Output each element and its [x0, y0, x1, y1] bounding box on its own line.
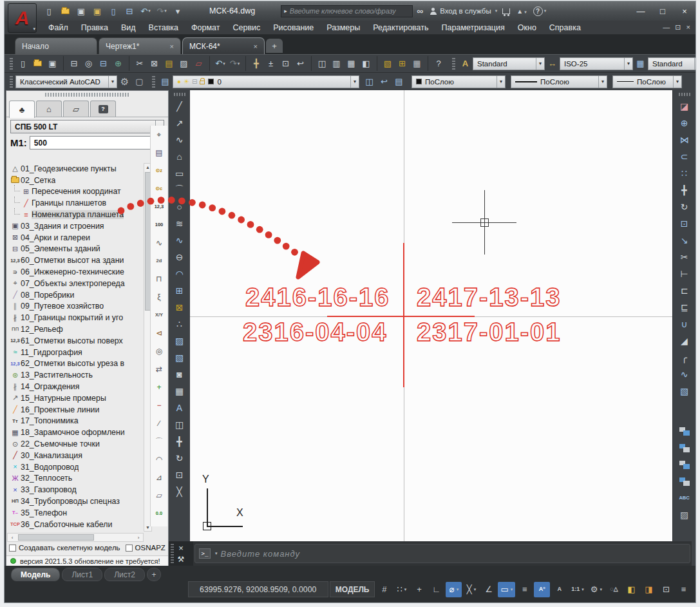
- layer-properties-icon[interactable]: ▤: [158, 74, 173, 89]
- doc-minimize-button[interactable]: —: [663, 23, 670, 32]
- scroll-left-icon[interactable]: ‹: [8, 534, 17, 541]
- paste-icon[interactable]: ▤: [162, 56, 176, 71]
- new-icon[interactable]: ▯: [15, 56, 30, 71]
- menu-item-0[interactable]: Файл: [42, 23, 75, 32]
- layer-tree-item[interactable]: △ 01_Геодезические пункты: [7, 163, 144, 175]
- circle-icon[interactable]: ○: [171, 198, 188, 215]
- erase-icon[interactable]: ◪: [676, 98, 693, 115]
- send-to-mobile-icon[interactable]: ▯: [106, 5, 120, 17]
- scroll-right-icon[interactable]: ›: [134, 534, 143, 541]
- text-style-icon[interactable]: A: [458, 56, 473, 71]
- layer-tree-item[interactable]: ∦ 10_Границы покрытий и уго: [7, 312, 144, 323]
- layer-tree-item[interactable]: × 33_Газопровод: [7, 484, 144, 496]
- color-combobox[interactable]: ПоСлою ▾: [411, 75, 506, 88]
- layer-tree-item[interactable]: НП 34_Трубопроводы спецназ: [7, 496, 144, 507]
- toolbar-grip[interactable]: [174, 93, 185, 96]
- quick-calc-icon[interactable]: ▦: [410, 56, 424, 71]
- dim-style-icon[interactable]: ↔: [545, 56, 560, 71]
- file-tab-0[interactable]: Начало: [15, 37, 97, 54]
- customization-icon[interactable]: ⚙▾: [588, 582, 605, 597]
- sheet-set-manager-icon[interactable]: ◧: [359, 56, 374, 71]
- chevron-down-icon[interactable]: ▾: [215, 551, 218, 556]
- layer-states-icon[interactable]: ▤: [392, 74, 406, 89]
- close-tab-icon[interactable]: ×: [170, 43, 174, 50]
- undo-icon[interactable]: ↶▾: [138, 5, 153, 17]
- copy-clip-icon[interactable]: ⊠: [147, 56, 162, 71]
- curve-icon[interactable]: ◠: [151, 450, 167, 468]
- elev-point-icon[interactable]: 12,3: [151, 198, 167, 216]
- explode-icon[interactable]: ╳: [171, 483, 188, 500]
- app-store-cart-icon[interactable]: [502, 8, 510, 14]
- mtext-icon[interactable]: A: [171, 400, 188, 416]
- annotation-visibility-icon[interactable]: A°: [534, 582, 550, 597]
- explode-icon[interactable]: ▧: [676, 383, 693, 400]
- segment-icon[interactable]: ∕: [151, 414, 167, 432]
- drawing-canvas[interactable]: 2416-16-16 2417-13-13 2316-04-04 2317-01…: [190, 90, 672, 541]
- send-to-back-icon[interactable]: [676, 439, 693, 456]
- redo-icon[interactable]: ↷▾: [155, 5, 169, 17]
- layer-tree-item[interactable]: ↗ 15_Натурные промеры: [7, 392, 144, 404]
- layer-tree-item[interactable]: ⊓⊓ 12_Рельеф: [7, 323, 144, 335]
- save-as-icon[interactable]: ▣: [90, 5, 104, 17]
- menu-item-7[interactable]: Размеры: [320, 23, 366, 32]
- break-at-point-icon[interactable]: ⊏: [676, 282, 693, 299]
- array-icon[interactable]: ∷: [676, 165, 693, 182]
- menu-item-10[interactable]: Окно: [511, 23, 543, 32]
- layout-tab-1[interactable]: Лист1: [62, 568, 102, 581]
- table-style-icon[interactable]: ▦: [633, 56, 648, 71]
- layer-tree-item[interactable]: ╱ Границы планшетов: [7, 197, 144, 209]
- layer-tree-item[interactable]: ⊙ 22_Съемочные точки: [7, 438, 144, 450]
- toolbar-grip[interactable]: [152, 76, 155, 88]
- open-icon[interactable]: [58, 5, 72, 17]
- remove-node-icon[interactable]: −: [151, 396, 167, 414]
- bulb-z-icon[interactable]: ⊙z: [151, 162, 167, 180]
- layer-tree-item[interactable]: 12,3 61_Отметки высоты поверх: [7, 335, 144, 347]
- layer-tree-item[interactable]: ∍ 06_Инженерно-технические: [7, 266, 144, 278]
- layer-tree-item[interactable]: ⌖ 07_Объекты электропереда: [7, 278, 144, 289]
- isolate-objects-icon[interactable]: ◌△: [606, 582, 622, 597]
- panel-grip[interactable]: [45, 93, 129, 97]
- zoom-window-icon[interactable]: ⊡: [278, 56, 293, 71]
- layer-tree-item[interactable]: ТСР 36_Слаботочные кабели: [7, 519, 144, 530]
- autodesk-360-icon[interactable]: ▲▾: [516, 8, 526, 15]
- publish-icon[interactable]: ⊟: [96, 56, 111, 71]
- offset-icon[interactable]: ⊂: [676, 148, 693, 165]
- design-center-icon[interactable]: ▥: [329, 56, 344, 71]
- move-icon[interactable]: ╋: [676, 182, 693, 198]
- close-tab-icon[interactable]: ×: [254, 43, 258, 50]
- close-button[interactable]: ×: [674, 3, 695, 19]
- markup-icon[interactable]: ▧: [377, 56, 395, 71]
- ellipse-icon[interactable]: ⊖: [171, 249, 188, 265]
- annotation-scale-icon[interactable]: 1:1▾: [569, 582, 587, 597]
- layer-tree-item[interactable]: ╱ 08_Поребрики: [7, 289, 144, 301]
- zoom-previous-icon[interactable]: ↩: [293, 56, 308, 71]
- layer-tree-item[interactable]: ⊞ Пересечения координат: [7, 186, 144, 198]
- toolbar-grip[interactable]: [452, 58, 455, 70]
- menu-item-4[interactable]: Формат: [185, 23, 226, 32]
- ortho-mode-icon[interactable]: ∟: [428, 582, 444, 597]
- menu-item-5[interactable]: Сервис: [226, 23, 267, 32]
- object-snap-icon[interactable]: ╳▾: [463, 582, 479, 597]
- toolbar-grip[interactable]: [171, 544, 174, 563]
- layer-combobox[interactable]: ● ☀ ⊟ 0 ▾: [173, 75, 359, 88]
- region-icon[interactable]: ◙: [171, 366, 188, 383]
- workspace-combobox[interactable]: Классический AutoCAD▾: [15, 75, 117, 88]
- layer-tree-item[interactable]: ╱ 30_Канализация: [7, 450, 144, 461]
- layer-tree-item[interactable]: ≈ 11_Гидрография: [7, 347, 144, 358]
- pick-block-icon[interactable]: ▤: [151, 144, 167, 162]
- save-icon[interactable]: ▣: [45, 56, 60, 71]
- make-block-icon[interactable]: ⊠: [171, 299, 188, 316]
- doc-close-button[interactable]: ×: [686, 23, 690, 32]
- stretch-icon[interactable]: ↘: [676, 232, 693, 249]
- ellipse-arc-icon[interactable]: ◠: [171, 265, 188, 282]
- osnapz-checkbox[interactable]: [126, 544, 133, 552]
- sheet-icon[interactable]: ▱: [151, 487, 167, 505]
- customize-wrench-icon[interactable]: ⚒: [178, 555, 185, 564]
- revision-cloud-icon[interactable]: ≋: [171, 215, 188, 232]
- toolbar-grip[interactable]: [679, 93, 690, 96]
- bulb-c-icon[interactable]: ⊙c: [151, 180, 167, 198]
- new-tab-button[interactable]: +: [266, 39, 283, 53]
- xy-icon[interactable]: X/Y: [151, 306, 167, 324]
- annotate-icon[interactable]: ▱: [191, 56, 206, 71]
- minimize-button[interactable]: —: [630, 3, 652, 19]
